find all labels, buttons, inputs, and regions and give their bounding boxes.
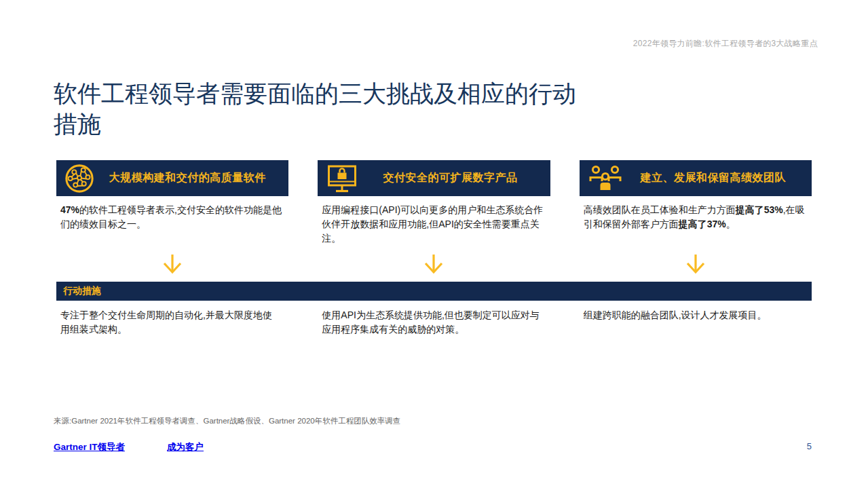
challenge-body: 应用编程接口(API)可以向更多的用户和生态系统合作伙伴开放数据和应用功能,但A… bbox=[318, 203, 550, 246]
down-arrow-icon bbox=[580, 254, 812, 278]
page-number: 5 bbox=[807, 441, 812, 451]
page-title: 软件工程领导者需要面临的三大挑战及相应的行动措施 bbox=[54, 79, 583, 140]
action-text-1: 专注于整个交付生命周期的自动化,并最大限度地使用组装式架构。 bbox=[56, 308, 288, 337]
become-client-link[interactable]: 成为客户 bbox=[167, 441, 204, 453]
challenge-column-1: 大规模构建和交付的高质量软件 47%的软件工程领导者表示,交付安全的软件功能是他… bbox=[56, 160, 288, 246]
team-icon bbox=[588, 164, 623, 193]
actions-section: 专注于整个交付生命周期的自动化,并最大限度地使用组装式架构。 使用API为生态系… bbox=[56, 308, 812, 337]
challenge-title: 建立、发展和保留高绩效团队 bbox=[623, 171, 804, 185]
gartner-it-leaders-link[interactable]: Gartner IT领导者 bbox=[54, 441, 125, 453]
secure-monitor-icon bbox=[326, 163, 358, 194]
network-sphere-icon bbox=[64, 164, 94, 193]
challenge-title: 交付安全的可扩展数字产品 bbox=[358, 171, 542, 185]
challenge-body: 高绩效团队在员工体验和生产力方面提高了53%,在吸引和保留外部客户方面提高了37… bbox=[580, 203, 812, 231]
action-measures-bar: 行动措施 bbox=[56, 282, 812, 301]
action-measures-label: 行动措施 bbox=[63, 285, 101, 297]
challenge-header-bar: 交付安全的可扩展数字产品 bbox=[318, 160, 550, 196]
challenge-column-3: 建立、发展和保留高绩效团队 高绩效团队在员工体验和生产力方面提高了53%,在吸引… bbox=[580, 160, 812, 246]
challenge-body: 47%的软件工程领导者表示,交付安全的软件功能是他们的绩效目标之一。 bbox=[56, 203, 288, 231]
challenge-column-2: 交付安全的可扩展数字产品 应用编程接口(API)可以向更多的用户和生态系统合作伙… bbox=[318, 160, 550, 246]
challenge-title: 大规模构建和交付的高质量软件 bbox=[94, 171, 280, 185]
challenge-header-bar: 大规模构建和交付的高质量软件 bbox=[56, 160, 288, 196]
slide-page: 2022年领导力前瞻:软件工程领导者的3大战略重点 软件工程领导者需要面临的三大… bbox=[0, 0, 868, 488]
action-text-3: 组建跨职能的融合团队,设计人才发展项目。 bbox=[580, 308, 812, 337]
source-note: 来源:Gartner 2021年软件工程领导者调查、Gartner战略假设、Ga… bbox=[54, 416, 400, 426]
challenges-section: 大规模构建和交付的高质量软件 47%的软件工程领导者表示,交付安全的软件功能是他… bbox=[56, 160, 812, 246]
challenge-header-bar: 建立、发展和保留高绩效团队 bbox=[580, 160, 812, 196]
footer-links: Gartner IT领导者 成为客户 bbox=[54, 441, 204, 453]
action-text-2: 使用API为生态系统提供功能,但也要制定可以应对与应用程序集成有关的威胁的对策。 bbox=[318, 308, 550, 337]
report-title-note: 2022年领导力前瞻:软件工程领导者的3大战略重点 bbox=[633, 38, 818, 50]
down-arrow-icon bbox=[56, 254, 288, 278]
arrows-row bbox=[56, 254, 812, 278]
down-arrow-icon bbox=[318, 254, 550, 278]
